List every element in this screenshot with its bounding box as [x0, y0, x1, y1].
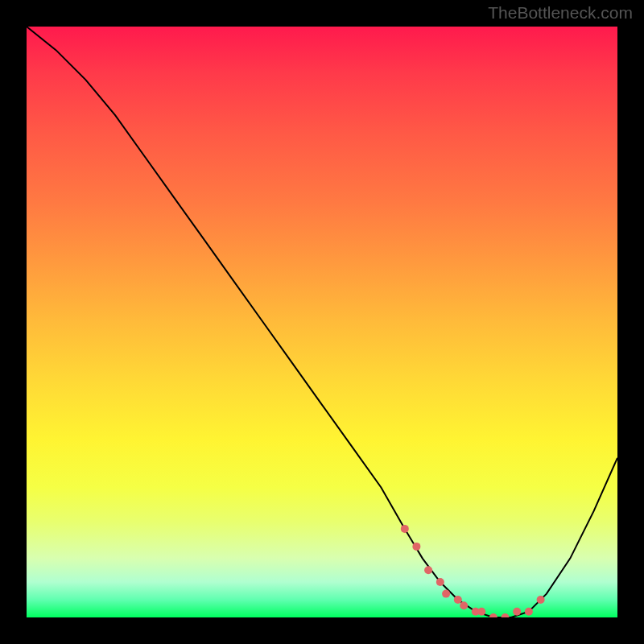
- dot-marker: [537, 596, 545, 604]
- plot-area: [27, 27, 617, 617]
- dot-marker: [454, 596, 462, 604]
- dot-marker: [436, 578, 444, 586]
- dot-marker: [513, 608, 521, 616]
- dotted-overlay: [401, 525, 545, 617]
- dot-marker: [502, 613, 510, 617]
- dot-marker: [489, 613, 497, 617]
- chart-svg: [27, 27, 617, 617]
- dot-marker: [477, 608, 485, 616]
- dot-marker: [442, 590, 450, 598]
- dot-marker: [525, 608, 533, 616]
- watermark-text: TheBottleneck.com: [488, 3, 633, 23]
- dot-marker: [412, 543, 420, 551]
- dot-marker: [460, 601, 468, 609]
- dot-marker: [424, 566, 432, 574]
- main-curve: [27, 27, 617, 617]
- dot-marker: [401, 525, 409, 533]
